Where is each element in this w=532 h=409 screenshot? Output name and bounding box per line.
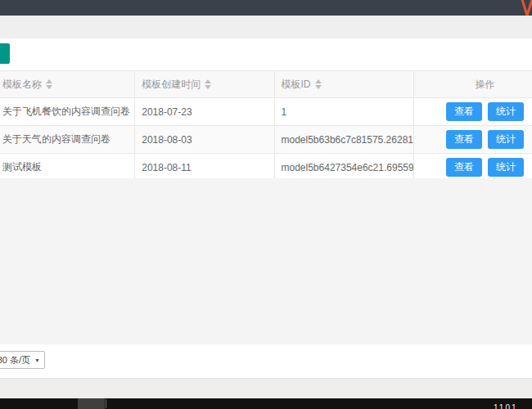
stats-button[interactable]: 统计 bbox=[488, 130, 524, 149]
template-created-cell: 2018-08-11 bbox=[135, 154, 274, 182]
taskbar-divider bbox=[106, 399, 106, 408]
column-header-actions: 操作 bbox=[413, 71, 532, 98]
table-row: 关于飞机餐饮的内容调查问卷 2018-07-23 1 查看 统计 bbox=[0, 98, 532, 126]
template-id-cell: model5b6427354e6c21.69559642 bbox=[274, 154, 413, 182]
column-header-id[interactable]: 模板ID bbox=[274, 71, 413, 98]
column-label: 模板ID bbox=[282, 78, 311, 92]
sort-icon[interactable] bbox=[46, 79, 52, 89]
view-button[interactable]: 查看 bbox=[446, 158, 482, 177]
template-id-cell: model5b63b6c7c81575.26281622 bbox=[274, 126, 413, 154]
column-label: 模板名称 bbox=[2, 78, 42, 92]
view-button[interactable]: 查看 bbox=[446, 102, 482, 121]
main-content: 模板名称 模板创建时间 模板ID bbox=[0, 38, 532, 378]
taskbar: 1101 bbox=[0, 398, 532, 409]
new-template-button[interactable] bbox=[0, 43, 10, 64]
template-table: 模板名称 模板创建时间 模板ID bbox=[0, 70, 532, 182]
table-header-row: 模板名称 模板创建时间 模板ID bbox=[0, 71, 532, 98]
template-name-cell: 测试模板 bbox=[0, 154, 135, 182]
taskbar-clock: 1101 bbox=[494, 403, 518, 409]
sub-header-bar bbox=[0, 16, 532, 39]
column-header-created[interactable]: 模板创建时间 bbox=[135, 71, 274, 98]
content-background bbox=[0, 178, 532, 344]
page-size-value: 30 条/页 bbox=[0, 354, 30, 366]
column-header-name[interactable]: 模板名称 bbox=[0, 71, 135, 98]
footer-band bbox=[0, 378, 532, 399]
stats-button[interactable]: 统计 bbox=[488, 158, 524, 177]
column-label: 操作 bbox=[421, 78, 531, 92]
chevron-down-icon: ▼ bbox=[34, 357, 40, 363]
taskbar-item[interactable] bbox=[78, 398, 105, 409]
template-id-cell: 1 bbox=[274, 98, 413, 126]
table-row: 测试模板 2018-08-11 model5b6427354e6c21.6955… bbox=[0, 154, 532, 182]
template-name-cell: 关于天气的内容调查问卷 bbox=[0, 126, 135, 154]
page: 模板名称 模板创建时间 模板ID bbox=[0, 0, 532, 409]
sort-icon[interactable] bbox=[315, 79, 322, 89]
column-label: 模板创建时间 bbox=[142, 78, 201, 92]
page-size-select[interactable]: 30 条/页 ▼ bbox=[0, 351, 45, 369]
top-navbar bbox=[0, 0, 532, 16]
view-button[interactable]: 查看 bbox=[446, 130, 482, 149]
brand-logo-icon bbox=[516, 0, 532, 16]
stats-button[interactable]: 统计 bbox=[488, 102, 524, 121]
table-row: 关于天气的内容调查问卷 2018-08-03 model5b63b6c7c815… bbox=[0, 126, 532, 154]
template-created-cell: 2018-08-03 bbox=[135, 126, 274, 154]
template-created-cell: 2018-07-23 bbox=[135, 98, 274, 126]
template-name-cell: 关于飞机餐饮的内容调查问卷 bbox=[0, 98, 135, 126]
sort-icon[interactable] bbox=[205, 79, 211, 89]
